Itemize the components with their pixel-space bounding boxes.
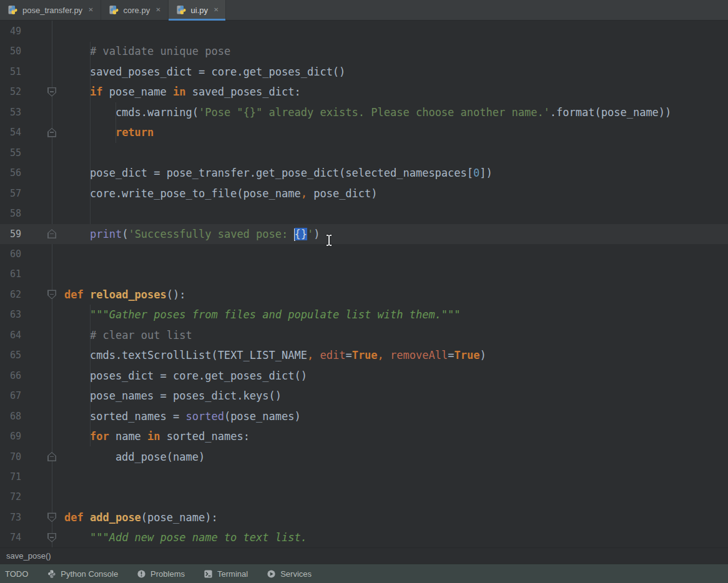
line-number[interactable]: 73 <box>0 507 21 527</box>
code-line[interactable]: 52 if pose_name in saved_poses_dict: <box>0 82 728 102</box>
code-text[interactable]: sorted_names = sorted(pose_names) <box>62 406 728 426</box>
code-text[interactable]: return <box>62 122 728 142</box>
code-text[interactable]: # clear out list <box>62 325 728 345</box>
code-text[interactable]: if pose_name in saved_poses_dict: <box>62 82 728 102</box>
gutter[interactable]: 59 <box>0 224 62 244</box>
line-number[interactable]: 72 <box>0 487 21 507</box>
line-number[interactable]: 65 <box>0 345 21 365</box>
gutter[interactable]: 74 <box>0 527 62 547</box>
gutter[interactable]: 62 <box>0 285 62 305</box>
code-text[interactable]: add_pose(name) <box>62 447 728 467</box>
code-text[interactable] <box>62 244 728 264</box>
gutter[interactable]: 67 <box>0 386 62 406</box>
code-text[interactable]: print('Successfully saved pose: {}') <box>62 224 728 244</box>
gutter[interactable]: 54 <box>0 122 62 142</box>
code-line[interactable]: 74 """Add new pose name to text list. <box>0 527 728 547</box>
tab-ui-py[interactable]: ui.py✕ <box>169 0 227 20</box>
code-line[interactable]: 69 for name in sorted_names: <box>0 426 728 446</box>
line-number[interactable]: 74 <box>0 527 21 547</box>
code-text[interactable]: cmds.warning('Pose "{}" already exists. … <box>62 102 728 122</box>
code-line[interactable]: 73def add_pose(pose_name): <box>0 507 728 527</box>
gutter[interactable]: 64 <box>0 325 62 345</box>
code-line[interactable]: 56 pose_dict = pose_transfer.get_pose_di… <box>0 163 728 183</box>
gutter[interactable]: 49 <box>0 21 62 41</box>
code-text[interactable]: def reload_poses(): <box>62 285 728 305</box>
gutter[interactable]: 53 <box>0 102 62 122</box>
fold-region-end-icon[interactable] <box>47 229 56 238</box>
code-line[interactable]: 55 <box>0 143 728 163</box>
code-line[interactable]: 66 poses_dict = core.get_poses_dict() <box>0 366 728 386</box>
fold-region-start-icon[interactable] <box>47 533 56 542</box>
line-number[interactable]: 56 <box>0 163 21 183</box>
code-line[interactable]: 60 <box>0 244 728 264</box>
fold-region-start-icon[interactable] <box>47 87 56 97</box>
code-line[interactable]: 61 <box>0 264 728 284</box>
code-text[interactable] <box>62 203 728 223</box>
gutter[interactable]: 58 <box>0 203 62 223</box>
code-line[interactable]: 59 print('Successfully saved pose: {}') <box>0 224 728 244</box>
code-line[interactable]: 53 cmds.warning('Pose "{}" already exist… <box>0 102 728 122</box>
line-number[interactable]: 71 <box>0 467 21 487</box>
line-number[interactable]: 57 <box>0 184 21 203</box>
code-line[interactable]: 50 # validate unique pose <box>0 41 728 61</box>
breadcrumb-item[interactable]: save_pose() <box>6 551 51 561</box>
gutter[interactable]: 55 <box>0 143 62 163</box>
tab-pose_transfer-py[interactable]: pose_transfer.py✕ <box>0 0 101 20</box>
gutter[interactable]: 66 <box>0 366 62 386</box>
code-text[interactable] <box>62 143 728 163</box>
gutter[interactable]: 51 <box>0 62 62 82</box>
line-number[interactable]: 62 <box>0 285 21 305</box>
line-number[interactable]: 70 <box>0 447 21 467</box>
statusbar-item-todo[interactable]: TODO <box>5 569 28 579</box>
close-icon[interactable]: ✕ <box>214 7 219 13</box>
line-number[interactable]: 53 <box>0 102 21 122</box>
gutter[interactable]: 68 <box>0 406 62 426</box>
line-number[interactable]: 58 <box>0 203 21 223</box>
line-number[interactable]: 60 <box>0 244 21 264</box>
gutter[interactable]: 57 <box>0 184 62 203</box>
gutter[interactable]: 70 <box>0 447 62 467</box>
fold-region-end-icon[interactable] <box>47 128 56 137</box>
code-line[interactable]: 54 return <box>0 122 728 142</box>
code-text[interactable] <box>62 467 728 487</box>
line-number[interactable]: 51 <box>0 62 21 82</box>
code-line[interactable]: 51 saved_poses_dict = core.get_poses_dic… <box>0 62 728 82</box>
code-line[interactable]: 72 <box>0 487 728 507</box>
code-editor[interactable]: 4950 # validate unique pose51 saved_pose… <box>0 21 728 547</box>
code-line[interactable]: 70 add_pose(name) <box>0 447 728 467</box>
code-line[interactable]: 64 # clear out list <box>0 325 728 345</box>
code-text[interactable] <box>62 21 728 41</box>
line-number[interactable]: 66 <box>0 366 21 386</box>
gutter[interactable]: 69 <box>0 426 62 446</box>
code-text[interactable]: cmds.textScrollList(TEXT_LIST_NAME, edit… <box>62 345 728 365</box>
code-text[interactable]: for name in sorted_names: <box>62 426 728 446</box>
line-number[interactable]: 68 <box>0 406 21 426</box>
code-text[interactable]: """Gather poses from files and populate … <box>62 305 728 325</box>
gutter[interactable]: 56 <box>0 163 62 183</box>
tab-core-py[interactable]: core.py✕ <box>101 0 169 20</box>
code-line[interactable]: 63 """Gather poses from files and popula… <box>0 305 728 325</box>
code-text[interactable]: pose_dict = pose_transfer.get_pose_dict(… <box>62 163 728 183</box>
statusbar-item-python-console[interactable]: Python Console <box>47 569 118 579</box>
gutter[interactable]: 72 <box>0 487 62 507</box>
fold-region-start-icon[interactable] <box>47 512 56 522</box>
code-line[interactable]: 67 pose_names = poses_dict.keys() <box>0 386 728 406</box>
code-text[interactable]: pose_names = poses_dict.keys() <box>62 386 728 406</box>
code-line[interactable]: 57 core.write_pose_to_file(pose_name, po… <box>0 184 728 203</box>
line-number[interactable]: 67 <box>0 386 21 406</box>
line-number[interactable]: 64 <box>0 325 21 345</box>
statusbar-item-services[interactable]: Services <box>267 569 312 579</box>
code-line[interactable]: 71 <box>0 467 728 487</box>
line-number[interactable]: 61 <box>0 264 21 284</box>
statusbar-item-terminal[interactable]: Terminal <box>204 569 248 579</box>
code-text[interactable] <box>62 487 728 507</box>
gutter[interactable]: 60 <box>0 244 62 264</box>
code-line[interactable]: 58 <box>0 203 728 223</box>
code-text[interactable]: poses_dict = core.get_poses_dict() <box>62 366 728 386</box>
code-line[interactable]: 62def reload_poses(): <box>0 285 728 305</box>
line-number[interactable]: 52 <box>0 82 21 102</box>
code-line[interactable]: 65 cmds.textScrollList(TEXT_LIST_NAME, e… <box>0 345 728 365</box>
fold-region-end-icon[interactable] <box>47 452 56 461</box>
line-number[interactable]: 49 <box>0 21 21 41</box>
gutter[interactable]: 61 <box>0 264 62 284</box>
